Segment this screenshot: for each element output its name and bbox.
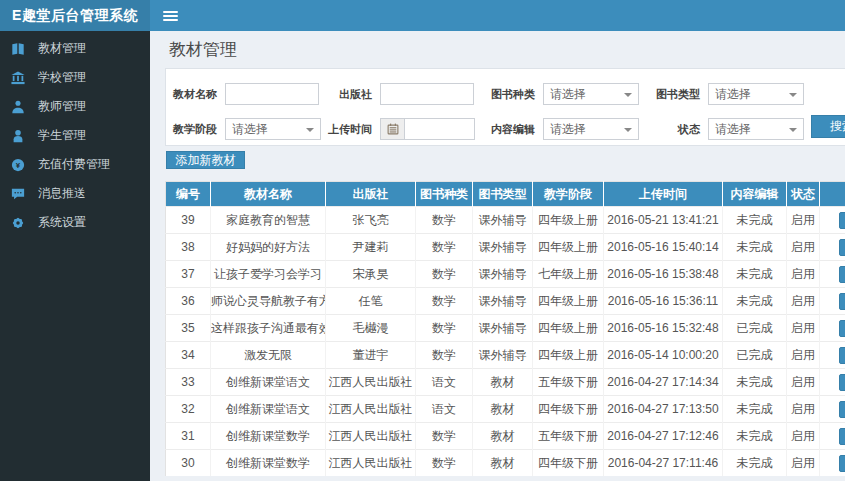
cell-stage: 四年级上册 — [533, 342, 604, 369]
status-select[interactable]: 请选择 — [708, 118, 804, 140]
student-icon — [11, 129, 25, 143]
textbook-name-field: 教材名称 — [169, 83, 324, 105]
cell-type: 课外辅导 — [473, 288, 533, 315]
sidebar-item-label: 消息推送 — [38, 185, 86, 202]
cell-edit-status: 未完成 — [723, 234, 787, 261]
search-button[interactable]: 搜索 — [811, 115, 845, 138]
cell-upload-time: 2016-05-21 13:41:21 — [604, 207, 723, 234]
calendar-icon[interactable] — [380, 118, 404, 140]
cell-category: 数学 — [416, 288, 473, 315]
sidebar-item-students[interactable]: 学生管理 — [0, 121, 150, 150]
cell-upload-time: 2016-04-27 17:12:46 — [604, 423, 723, 450]
cell-upload-time: 2016-05-14 10:00:20 — [604, 342, 723, 369]
sidebar-item-messages[interactable]: 消息推送 — [0, 179, 150, 208]
cell-edit-status: 未完成 — [723, 261, 787, 288]
row-action-button[interactable] — [839, 293, 845, 310]
hamburger-menu-icon[interactable] — [163, 9, 178, 23]
cell-upload-time: 2016-04-27 17:14:34 — [604, 369, 723, 396]
table-row: 34激发无限董进宇数学课外辅导四年级上册2016-05-14 10:00:20已… — [166, 342, 845, 369]
cell-status: 启用 — [787, 261, 820, 288]
table-header-row: 编号教材名称出版社图书种类图书类型教学阶段上传时间内容编辑状态 — [166, 182, 845, 207]
row-action-button[interactable] — [839, 428, 845, 445]
teaching-stage-label: 教学阶段 — [169, 122, 217, 137]
cell-publisher: 任笔 — [326, 288, 416, 315]
sidebar-item-settings[interactable]: 系统设置 — [0, 208, 150, 237]
cell-category: 数学 — [416, 315, 473, 342]
teaching-stage-field: 教学阶段 请选择 — [169, 118, 324, 140]
cell-name: 这样跟孩子沟通最有效 — [211, 315, 326, 342]
teaching-stage-select[interactable]: 请选择 — [225, 118, 321, 140]
content-edit-select[interactable]: 请选择 — [543, 118, 639, 140]
column-header-actions — [820, 182, 845, 207]
top-navbar — [150, 0, 845, 31]
book-icon — [11, 42, 25, 56]
table-container: 编号教材名称出版社图书种类图书类型教学阶段上传时间内容编辑状态 39家庭教育的智… — [165, 181, 845, 476]
sidebar: 教材管理 学校管理 教师管理 学生管理 ¥ 充值付费管理 消息推送 系统设置 — [0, 31, 150, 481]
column-header: 上传时间 — [604, 182, 723, 207]
cell-edit-status: 未完成 — [723, 450, 787, 477]
cell-category: 语文 — [416, 396, 473, 423]
cell-publisher: 毛樾漫 — [326, 315, 416, 342]
message-icon — [11, 187, 25, 201]
upload-time-input[interactable] — [404, 118, 475, 140]
table-row: 31创维新课堂数学江西人民出版社数学教材五年级下册2016-04-27 17:1… — [166, 423, 845, 450]
cell-type: 教材 — [473, 369, 533, 396]
book-type-select[interactable]: 请选择 — [708, 83, 804, 105]
add-textbook-button[interactable]: 添加新教材 — [166, 151, 245, 169]
table-row: 30创维新课堂数学江西人民出版社数学教材四年级下册2016-04-27 17:1… — [166, 450, 845, 477]
cell-actions — [820, 234, 845, 261]
university-icon — [11, 71, 25, 85]
cell-actions — [820, 315, 845, 342]
content-edit-label: 内容编辑 — [487, 122, 535, 137]
cell-upload-time: 2016-05-16 15:38:48 — [604, 261, 723, 288]
top-bar: E趣堂后台管理系统 — [0, 0, 845, 31]
column-header: 教学阶段 — [533, 182, 604, 207]
cell-actions — [820, 450, 845, 477]
cell-id: 31 — [166, 423, 211, 450]
cell-actions — [820, 369, 845, 396]
cell-name: 家庭教育的智慧 — [211, 207, 326, 234]
cell-stage: 五年级下册 — [533, 369, 604, 396]
cell-status: 启用 — [787, 207, 820, 234]
book-category-select[interactable]: 请选择 — [543, 83, 639, 105]
cell-publisher: 江西人民出版社 — [326, 450, 416, 477]
row-action-button[interactable] — [839, 239, 845, 256]
cell-category: 数学 — [416, 342, 473, 369]
cell-status: 启用 — [787, 423, 820, 450]
chevron-down-icon — [306, 128, 314, 132]
book-type-field: 图书类型 请选择 — [652, 83, 812, 105]
cell-edit-status: 已完成 — [723, 342, 787, 369]
table-row: 36师说心灵导航教子有方任笔数学课外辅导四年级上册2016-05-16 15:3… — [166, 288, 845, 315]
chevron-down-icon — [624, 93, 632, 97]
row-action-button[interactable] — [839, 266, 845, 283]
sidebar-item-payments[interactable]: ¥ 充值付费管理 — [0, 150, 150, 179]
publisher-input[interactable] — [380, 83, 474, 105]
cell-type: 课外辅导 — [473, 207, 533, 234]
cell-status: 启用 — [787, 369, 820, 396]
row-action-button[interactable] — [839, 347, 845, 364]
sidebar-item-textbooks[interactable]: 教材管理 — [0, 34, 150, 63]
table-row: 32创维新课堂语文江西人民出版社语文教材四年级下册2016-04-27 17:1… — [166, 396, 845, 423]
column-header: 图书种类 — [416, 182, 473, 207]
row-action-button[interactable] — [839, 374, 845, 391]
cell-category: 数学 — [416, 234, 473, 261]
row-action-button[interactable] — [839, 455, 845, 472]
cell-stage: 四年级上册 — [533, 288, 604, 315]
row-action-button[interactable] — [839, 320, 845, 337]
cell-id: 35 — [166, 315, 211, 342]
app-logo[interactable]: E趣堂后台管理系统 — [0, 0, 150, 31]
cell-edit-status: 未完成 — [723, 396, 787, 423]
row-action-button[interactable] — [839, 212, 845, 229]
cell-edit-status: 未完成 — [723, 207, 787, 234]
cell-id: 36 — [166, 288, 211, 315]
cell-stage: 四年级上册 — [533, 315, 604, 342]
sidebar-item-teachers[interactable]: 教师管理 — [0, 92, 150, 121]
content-edit-field: 内容编辑 请选择 — [487, 118, 652, 140]
publisher-field: 出版社 — [324, 83, 487, 105]
sidebar-item-label: 系统设置 — [38, 214, 86, 231]
textbook-name-input[interactable] — [225, 83, 319, 105]
cell-status: 启用 — [787, 342, 820, 369]
row-action-button[interactable] — [839, 401, 845, 418]
sidebar-item-schools[interactable]: 学校管理 — [0, 63, 150, 92]
cell-id: 34 — [166, 342, 211, 369]
